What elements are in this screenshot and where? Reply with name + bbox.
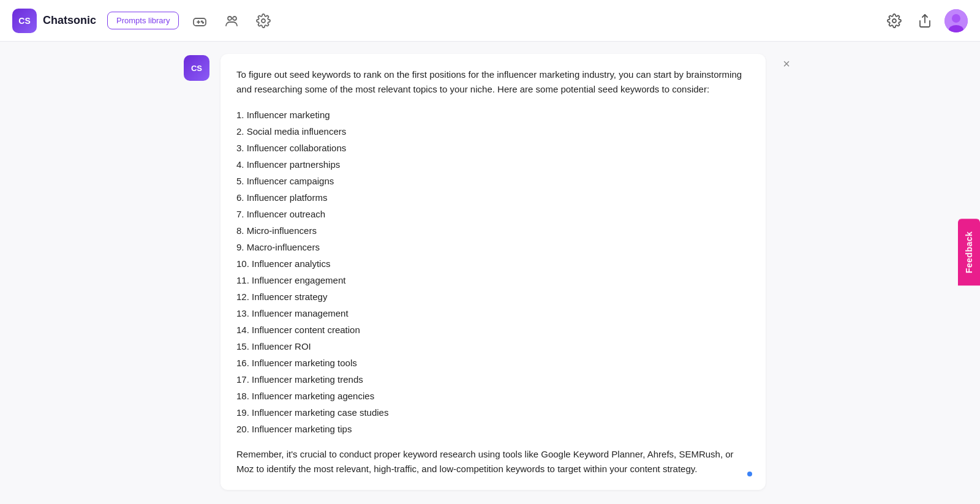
prompts-library-button[interactable]: Prompts library bbox=[107, 12, 179, 29]
list-item: 6. Influencer platforms bbox=[236, 189, 750, 206]
message-body: To figure out seed keywords to rank on t… bbox=[221, 54, 766, 490]
bot-avatar: CS bbox=[184, 55, 209, 81]
share-icon[interactable] bbox=[914, 10, 936, 32]
svg-point-11 bbox=[952, 14, 960, 23]
svg-point-6 bbox=[233, 17, 236, 20]
list-item: 20. Influencer marketing tips bbox=[236, 421, 750, 437]
svg-point-4 bbox=[203, 22, 204, 23]
logo-icon: CS bbox=[12, 9, 37, 33]
list-item: 5. Influencer campaigns bbox=[236, 173, 750, 189]
list-item: 7. Influencer outreach bbox=[236, 206, 750, 222]
chat-container: × CS To figure out seed keywords to rank… bbox=[184, 54, 796, 492]
keywords-list: 1. Influencer marketing2. Social media i… bbox=[236, 107, 750, 437]
logo-area: CS Chatsonic bbox=[12, 9, 96, 33]
list-item: 16. Influencer marketing tools bbox=[236, 355, 750, 371]
list-item: 15. Influencer ROI bbox=[236, 338, 750, 355]
list-item: 1. Influencer marketing bbox=[236, 107, 750, 123]
community-icon[interactable] bbox=[221, 10, 243, 32]
list-item: 9. Macro-influencers bbox=[236, 239, 750, 255]
svg-point-5 bbox=[228, 17, 232, 20]
message-block: CS To figure out seed keywords to rank o… bbox=[184, 54, 796, 490]
list-item: 10. Influencer analytics bbox=[236, 255, 750, 272]
list-item: 12. Influencer strategy bbox=[236, 288, 750, 305]
main-content: × CS To figure out seed keywords to rank… bbox=[0, 42, 980, 504]
navbar: CS Chatsonic Prompts library bbox=[0, 0, 980, 42]
list-item: 17. Influencer marketing trends bbox=[236, 371, 750, 388]
feedback-tab[interactable]: Feedback bbox=[958, 219, 980, 285]
svg-point-8 bbox=[892, 19, 896, 23]
message-footer: Remember, it's crucial to conduct proper… bbox=[236, 447, 750, 476]
nav-icons bbox=[189, 10, 274, 32]
close-button[interactable]: × bbox=[777, 54, 796, 73]
list-item: 19. Influencer marketing case studies bbox=[236, 404, 750, 421]
list-item: 2. Social media influencers bbox=[236, 123, 750, 140]
list-item: 4. Influencer partnerships bbox=[236, 156, 750, 173]
right-icons bbox=[883, 9, 968, 32]
avatar[interactable] bbox=[944, 9, 968, 32]
list-item: 8. Micro-influencers bbox=[236, 222, 750, 239]
gaming-controller-icon[interactable] bbox=[189, 10, 211, 32]
list-item: 18. Influencer marketing agencies bbox=[236, 388, 750, 404]
list-item: 13. Influencer management bbox=[236, 305, 750, 322]
message-intro: To figure out seed keywords to rank on t… bbox=[236, 67, 750, 97]
gear-icon[interactable] bbox=[883, 10, 905, 32]
app-name: Chatsonic bbox=[43, 14, 96, 27]
svg-point-3 bbox=[202, 21, 203, 22]
blue-dot-indicator bbox=[747, 472, 752, 476]
list-item: 3. Influencer collaborations bbox=[236, 140, 750, 156]
list-item: 11. Influencer engagement bbox=[236, 272, 750, 288]
svg-point-7 bbox=[262, 19, 265, 23]
list-item: 14. Influencer content creation bbox=[236, 322, 750, 338]
settings-icon[interactable] bbox=[252, 10, 274, 32]
